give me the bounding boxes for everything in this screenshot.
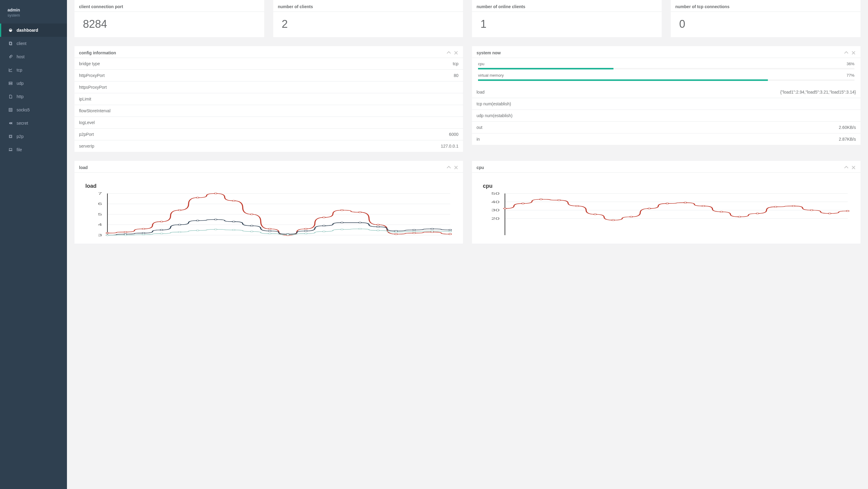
collapse-icon[interactable]	[844, 50, 849, 55]
svg-point-54	[377, 226, 379, 227]
svg-point-57	[431, 228, 433, 229]
svg-text:4: 4	[98, 223, 102, 227]
svg-point-100	[720, 211, 723, 212]
panel-tools	[446, 50, 459, 55]
nav-label: udp	[17, 81, 24, 86]
svg-point-70	[305, 233, 307, 234]
svg-point-69	[286, 234, 289, 235]
collapse-icon[interactable]	[446, 50, 451, 55]
svg-point-66	[232, 229, 235, 231]
nav-udp[interactable]: udp	[0, 77, 67, 90]
svg-text:20: 20	[491, 217, 499, 220]
svg-point-102	[756, 213, 759, 214]
svg-point-58	[449, 229, 452, 231]
svg-point-50	[305, 230, 307, 232]
file-icon	[7, 94, 13, 99]
config-val: 6000	[309, 128, 463, 140]
paperclip-icon	[7, 55, 13, 59]
table-row: httpsProxyPort	[74, 82, 463, 93]
stat-tcp-conn: number of tcp connections0	[671, 0, 861, 37]
close-icon[interactable]	[851, 50, 856, 55]
config-key: flowStoreInterval	[74, 105, 309, 117]
svg-text:7: 7	[98, 192, 102, 195]
nav-label: http	[17, 94, 24, 99]
svg-point-60	[124, 234, 127, 236]
svg-point-94	[612, 220, 615, 221]
svg-point-97	[666, 203, 669, 204]
svg-point-64	[196, 230, 199, 231]
nav-socks5[interactable]: socks5	[0, 103, 67, 116]
stat-title: number of clients	[278, 4, 313, 9]
nav-secret[interactable]: secret	[0, 116, 67, 130]
svg-point-78	[449, 231, 452, 232]
sidebar-subtitle: system	[7, 13, 59, 18]
table-row: p2pPort6000	[74, 128, 463, 140]
svg-point-31	[323, 217, 326, 218]
svg-point-93	[594, 214, 596, 215]
svg-point-24	[196, 197, 199, 198]
svg-point-107	[846, 210, 849, 211]
sys-key: tcp num(establish)	[472, 98, 607, 110]
svg-point-76	[413, 231, 415, 232]
table-row: logLevel	[74, 117, 463, 128]
nav-file[interactable]: file	[0, 143, 67, 156]
cpu-label: cpu	[478, 62, 484, 66]
nav-p2p[interactable]: p2p	[0, 130, 67, 143]
svg-point-98	[684, 202, 687, 203]
svg-point-44	[196, 220, 199, 221]
system-now-title: system now	[476, 50, 501, 55]
rewind-icon	[7, 121, 13, 125]
svg-point-51	[323, 225, 326, 226]
svg-point-45	[214, 219, 217, 220]
load-chart-title: load	[85, 183, 457, 189]
stat-value: 1	[480, 18, 656, 30]
nav-dashboard[interactable]: dashboard	[0, 24, 67, 37]
nav-label: file	[17, 147, 22, 152]
svg-point-92	[576, 205, 579, 206]
sys-key: out	[472, 122, 607, 134]
table-row: tcp num(establish)	[472, 98, 861, 110]
svg-point-53	[359, 222, 361, 223]
square-icon	[7, 134, 13, 139]
close-icon[interactable]	[454, 50, 459, 55]
svg-point-77	[431, 230, 433, 232]
main-content: client connection port8284number of clie…	[67, 0, 868, 489]
config-val: 127.0.0.1	[309, 140, 463, 152]
config-table: bridge typetcphttpProxyPort80httpsProxyP…	[74, 58, 463, 152]
nav-host[interactable]: host	[0, 50, 67, 63]
close-icon[interactable]	[454, 165, 459, 170]
svg-rect-7	[9, 148, 12, 150]
svg-point-26	[232, 200, 235, 201]
stat-clients: number of clients2	[273, 0, 463, 37]
table-row: ipLimit	[74, 93, 463, 105]
close-icon[interactable]	[851, 165, 856, 170]
nav-client[interactable]: client	[0, 37, 67, 50]
config-val: 80	[309, 70, 463, 82]
svg-rect-4	[9, 108, 12, 112]
nav-label: host	[17, 54, 25, 59]
svg-point-19	[106, 232, 109, 234]
svg-point-43	[178, 224, 181, 226]
sidebar-title: admin	[7, 7, 59, 12]
stat-title: client connection port	[79, 4, 123, 9]
system-now-panel: system now cpu 36% virtual m	[472, 46, 861, 145]
svg-point-106	[828, 213, 831, 214]
dashboard-icon	[7, 28, 13, 32]
table-row: load{"load1":2.94,"load5":3.21,"load15":…	[472, 86, 861, 98]
collapse-icon[interactable]	[446, 165, 451, 170]
svg-point-25	[214, 193, 217, 194]
table-row: in2.87KB/s	[472, 134, 861, 145]
svg-rect-6	[10, 136, 11, 137]
svg-point-67	[250, 231, 253, 232]
config-val	[309, 117, 463, 128]
stats-row: client connection port8284number of clie…	[74, 0, 861, 37]
nav-http[interactable]: http	[0, 90, 67, 103]
nav-label: secret	[17, 121, 28, 125]
nav-label: client	[17, 41, 27, 46]
svg-point-21	[142, 228, 145, 229]
sidebar: admin system dashboardclienthosttcpudpht…	[0, 0, 67, 489]
nav-tcp[interactable]: tcp	[0, 63, 67, 77]
collapse-icon[interactable]	[844, 165, 849, 170]
server-icon	[7, 81, 13, 85]
stat-title: number of online clients	[476, 4, 525, 9]
